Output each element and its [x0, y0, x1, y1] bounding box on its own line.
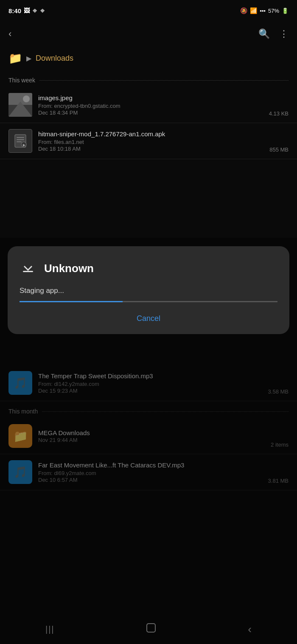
navigation-bar: ‹ 🔍 ⋮: [0, 21, 297, 47]
file-size: 855 MB: [269, 146, 289, 153]
list-item[interactable]: images.jpeg From: encrypted-tbn0.gstatic…: [0, 87, 297, 123]
back-button[interactable]: ‹: [8, 28, 11, 39]
install-dialog: Unknown Staging app... Cancel: [8, 246, 289, 334]
svg-rect-6: [17, 139, 24, 140]
file-details: hitman-sniper-mod_1.7.276729-an1.com.apk…: [38, 130, 263, 152]
breadcrumb-arrow: ▶: [26, 54, 31, 62]
svg-rect-5: [17, 137, 24, 138]
dialog-title: Unknown: [44, 262, 94, 275]
file-name: images.jpeg: [38, 94, 263, 101]
battery-level: 57%: [268, 8, 279, 14]
list-item[interactable]: ▶ hitman-sniper-mod_1.7.276729-an1.com.a…: [0, 123, 297, 159]
dialog-progress-bar: [20, 301, 277, 302]
breadcrumb-current[interactable]: Downloads: [36, 54, 73, 63]
dialog-subtitle: Staging app...: [20, 287, 277, 295]
home-folder-icon[interactable]: 📁: [8, 52, 22, 65]
apk-icon: ▶: [8, 129, 32, 153]
nav-right: 🔍 ⋮: [258, 28, 289, 39]
download-icon: [20, 258, 36, 279]
svg-rect-7: [17, 141, 22, 142]
file-date: Dec 18 10:18 AM: [38, 146, 263, 152]
battery-icon: 🔋: [282, 8, 289, 14]
file-source: From: encrypted-tbn0.gstatic.com: [38, 103, 263, 109]
file-size: 4.13 KB: [269, 110, 289, 117]
photo-icon: 🖼: [24, 7, 30, 14]
svg-rect-11: [23, 271, 33, 272]
time-display: 8:40: [8, 7, 21, 14]
breadcrumb: 📁 ▶ Downloads: [0, 47, 297, 70]
more-options-button[interactable]: ⋮: [279, 28, 289, 39]
cancel-button[interactable]: Cancel: [128, 312, 169, 326]
wifi-icon: 📶: [250, 7, 257, 14]
status-indicators: 🔕 📶 ▪▪▪ 57% 🔋: [240, 7, 289, 14]
status-time: 8:40 🖼 ❖ ❖: [8, 7, 45, 14]
this-week-label: This week: [8, 77, 35, 84]
dialog-actions: Cancel: [20, 312, 277, 326]
file-name: hitman-sniper-mod_1.7.276729-an1.com.apk: [38, 130, 263, 138]
jpeg-preview-image: [8, 93, 32, 117]
file-date: Dec 18 4:34 PM: [38, 110, 263, 116]
svg-marker-10: [24, 262, 32, 271]
this-week-section-header: This week: [0, 70, 297, 87]
signal-icon: ▪▪▪: [260, 8, 266, 14]
svg-point-3: [23, 96, 30, 102]
nav-left: ‹: [8, 28, 11, 39]
dialog-header: Unknown: [20, 258, 277, 279]
layersup-icon: ❖: [32, 8, 37, 14]
file-details: images.jpeg From: encrypted-tbn0.gstatic…: [38, 94, 263, 116]
layers-icon: ❖: [40, 8, 45, 14]
dialog-progress-fill: [20, 301, 123, 302]
section-divider: [39, 80, 289, 81]
mute-icon: 🔕: [240, 7, 247, 14]
file-list: This week images.jpeg From: encrypted-tb…: [0, 70, 297, 159]
file-thumbnail: ▶: [8, 129, 32, 153]
file-thumbnail: [8, 93, 32, 117]
search-button[interactable]: 🔍: [258, 28, 270, 39]
file-source: From: files.an1.net: [38, 139, 263, 145]
status-bar: 8:40 🖼 ❖ ❖ 🔕 📶 ▪▪▪ 57% 🔋: [0, 0, 297, 21]
